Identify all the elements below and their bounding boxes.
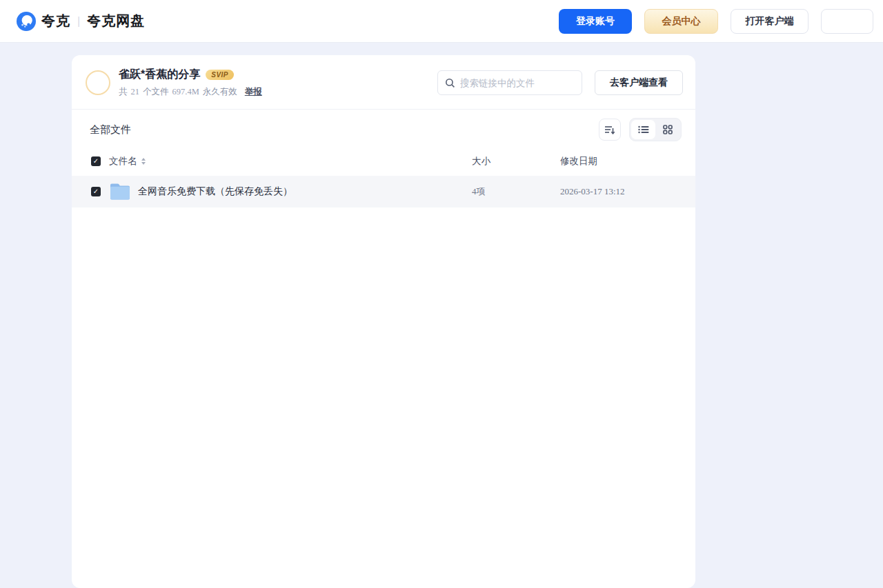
vip-center-button[interactable]: 会员中心 [644, 9, 718, 34]
search-icon [445, 78, 455, 88]
column-sort-arrows-icon[interactable] [141, 158, 146, 165]
sort-order-button[interactable] [599, 119, 621, 141]
select-all-checkbox[interactable] [91, 156, 101, 166]
grid-view-icon [663, 125, 673, 134]
topbar-empty-button[interactable] [821, 9, 873, 34]
topbar-actions: 登录账号 会员中心 打开客户端 [559, 9, 873, 34]
brand-name: 夸克 [41, 12, 70, 30]
share-title: 雀跃*香蕉的分享 [119, 68, 200, 82]
share-header: 雀跃*香蕉的分享 SVIP 共 21 个文件 697.4M 永久有效 举报 去客… [72, 55, 695, 109]
search-box[interactable] [437, 70, 582, 95]
brand-product-name: 夸克网盘 [87, 12, 145, 30]
share-meta: 共 21 个文件 697.4M 永久有效 举报 [119, 86, 437, 98]
share-total-size: 697.4M [172, 87, 199, 97]
report-link[interactable]: 举报 [245, 86, 262, 98]
sort-order-icon [604, 125, 615, 134]
quark-logo-icon [17, 12, 36, 31]
column-header-name[interactable]: 文件名 [109, 155, 137, 168]
column-header-modified[interactable]: 修改日期 [560, 155, 682, 168]
share-file-count: 21 [131, 87, 140, 97]
file-name[interactable]: 全网音乐免费下载（先保存免丢失） [138, 185, 472, 198]
share-validity: 永久有效 [203, 86, 237, 98]
share-meta-files-label: 个文件 [143, 86, 169, 98]
files-toolbar: 全部文件 [72, 110, 695, 148]
section-title: 全部文件 [90, 123, 131, 136]
avatar [86, 70, 110, 95]
files-table: 文件名 大小 修改日期 全网音乐免费下载（先保存免丢失） 4项 2026-03-… [72, 148, 695, 207]
file-modified-date: 2026-03-17 13:12 [560, 186, 682, 197]
folder-icon [109, 182, 131, 201]
share-card: 雀跃*香蕉的分享 SVIP 共 21 个文件 697.4M 永久有效 举报 去客… [72, 55, 695, 588]
column-header-size[interactable]: 大小 [472, 155, 560, 168]
list-view-icon [638, 125, 649, 134]
file-size: 4项 [472, 185, 560, 198]
brand-separator: | [77, 15, 80, 28]
view-controls [599, 118, 682, 141]
file-row[interactable]: 全网音乐免费下载（先保存免丢失） 4项 2026-03-17 13:12 [72, 176, 695, 207]
login-button[interactable]: 登录账号 [559, 9, 632, 34]
list-view-button[interactable] [631, 120, 655, 139]
topbar: 夸克 | 夸克网盘 登录账号 会员中心 打开客户端 [0, 0, 883, 43]
share-meta-prefix: 共 [119, 86, 128, 98]
search-input[interactable] [460, 78, 575, 88]
row-checkbox[interactable] [91, 187, 101, 196]
svip-badge: SVIP [206, 70, 234, 80]
table-header: 文件名 大小 修改日期 [72, 148, 695, 176]
grid-view-button[interactable] [655, 120, 679, 139]
open-in-client-button[interactable]: 去客户端查看 [595, 70, 683, 95]
open-client-button[interactable]: 打开客户端 [731, 9, 808, 34]
view-mode-toggle [629, 118, 682, 141]
share-info: 雀跃*香蕉的分享 SVIP 共 21 个文件 697.4M 永久有效 举报 [119, 68, 437, 98]
brand: 夸克 | 夸克网盘 [17, 12, 145, 31]
